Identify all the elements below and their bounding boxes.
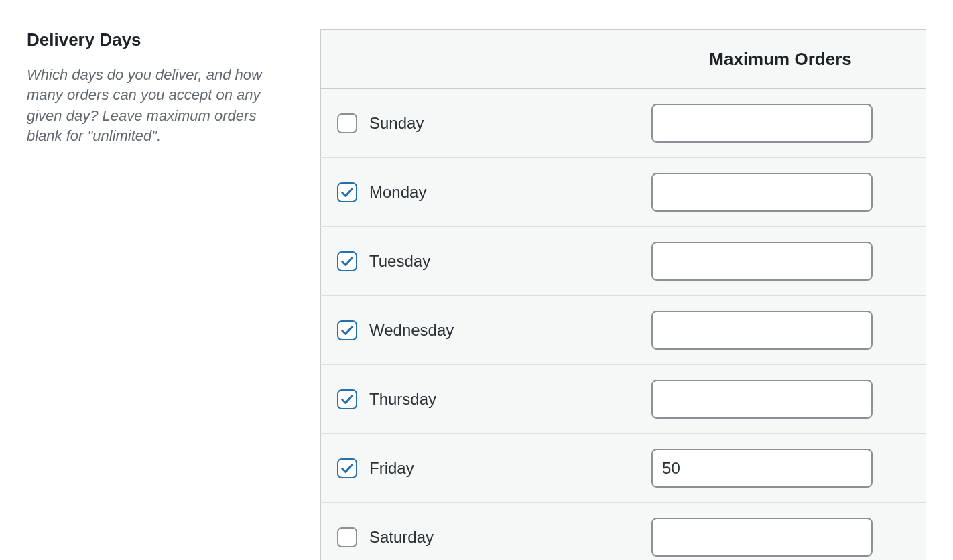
table-row: Wednesday	[321, 296, 926, 365]
day-cell: Tuesday	[321, 227, 636, 296]
day-label: Monday	[369, 183, 426, 202]
day-enabled-checkbox[interactable]	[337, 458, 357, 478]
day-cell: Saturday	[321, 503, 636, 561]
day-cell: Thursday	[321, 365, 636, 434]
day-enabled-checkbox[interactable]	[337, 113, 357, 133]
table-row: Sunday	[321, 89, 926, 158]
max-orders-input[interactable]	[651, 380, 873, 419]
check-icon	[340, 461, 355, 476]
day-enabled-checkbox[interactable]	[337, 389, 357, 409]
day-enabled-checkbox[interactable]	[337, 251, 357, 271]
max-orders-input[interactable]	[651, 173, 873, 212]
day-label: Tuesday	[369, 252, 430, 271]
day-enabled-checkbox[interactable]	[337, 182, 357, 202]
check-icon	[340, 392, 355, 407]
max-orders-cell	[635, 158, 926, 227]
check-icon	[340, 185, 355, 200]
day-cell: Monday	[321, 158, 636, 227]
check-icon	[340, 254, 355, 269]
column-header-max-orders: Maximum Orders	[635, 30, 926, 89]
table-row: Monday	[321, 158, 926, 227]
max-orders-cell	[635, 434, 926, 503]
day-label: Friday	[369, 459, 414, 478]
day-label: Wednesday	[369, 321, 454, 340]
delivery-days-settings: Delivery Days Which days do you deliver,…	[0, 0, 953, 560]
table-row: Thursday	[321, 365, 926, 434]
day-cell: Wednesday	[321, 296, 636, 365]
max-orders-input[interactable]	[651, 449, 873, 488]
max-orders-cell	[635, 227, 926, 296]
day-cell: Sunday	[321, 89, 636, 158]
table-row: Friday	[321, 434, 926, 503]
max-orders-cell	[635, 365, 926, 434]
section-info: Delivery Days Which days do you deliver,…	[27, 29, 320, 560]
max-orders-cell	[635, 89, 926, 158]
max-orders-input[interactable]	[651, 311, 873, 350]
day-enabled-checkbox[interactable]	[337, 320, 357, 340]
day-label: Sunday	[369, 114, 424, 133]
max-orders-cell	[635, 296, 926, 365]
column-header-day	[321, 30, 636, 89]
max-orders-input[interactable]	[651, 518, 873, 557]
section-title: Delivery Days	[27, 29, 294, 50]
max-orders-input[interactable]	[651, 104, 873, 143]
delivery-days-table: Maximum Orders SundayMondayTuesdayWednes…	[320, 29, 926, 560]
max-orders-input[interactable]	[651, 242, 873, 281]
day-label: Thursday	[369, 390, 436, 409]
max-orders-cell	[635, 503, 926, 561]
table-row: Tuesday	[321, 227, 926, 296]
delivery-days-table-container: Maximum Orders SundayMondayTuesdayWednes…	[320, 29, 926, 560]
day-enabled-checkbox[interactable]	[337, 527, 357, 547]
table-row: Saturday	[321, 503, 926, 561]
day-cell: Friday	[321, 434, 636, 503]
day-label: Saturday	[369, 528, 434, 547]
section-description: Which days do you deliver, and how many …	[27, 65, 294, 146]
check-icon	[340, 323, 355, 338]
